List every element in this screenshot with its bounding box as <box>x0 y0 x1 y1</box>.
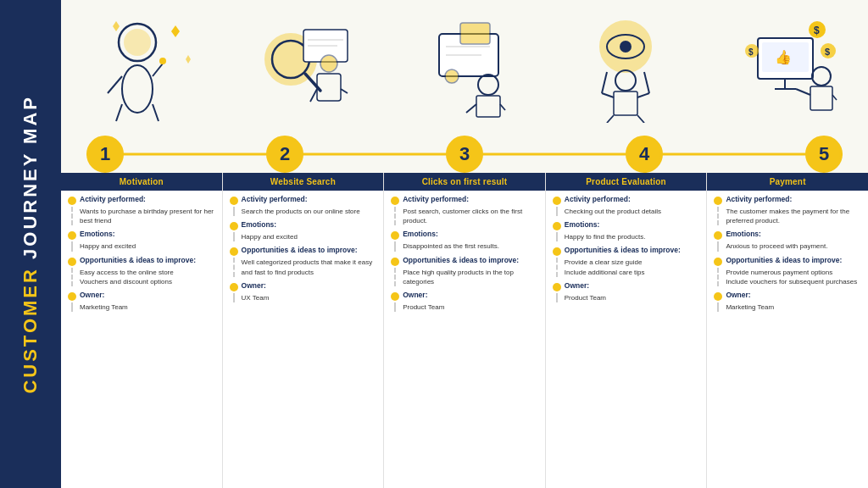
sidebar-journey: JOURNEY MAP <box>19 95 41 267</box>
column-body-5: Activity performed:The customer makes th… <box>707 191 868 488</box>
svg-line-39 <box>602 72 607 93</box>
illus-astronaut-svg <box>91 13 192 123</box>
illus-eval-svg <box>575 13 676 123</box>
section-title-1-2: Emotions: <box>80 230 115 239</box>
section-header-2-4: Owner: <box>230 281 377 291</box>
section-5-2: Emotions:Anxious to proceed with payment… <box>714 230 861 251</box>
column-header-1: Motivation <box>61 173 222 191</box>
svg-line-36 <box>637 93 649 97</box>
bullet-dot-3-3 <box>391 258 399 266</box>
section-content-5-4: Marketing Team <box>717 302 861 312</box>
sidebar-title: CUSTOMER JOURNEY MAP <box>21 95 40 394</box>
section-title-3-1: Activity performed: <box>403 195 469 204</box>
illus-1 <box>61 0 222 136</box>
section-content-2-4: UX Team <box>233 293 377 302</box>
section-header-2-2: Emotions: <box>230 220 377 230</box>
section-title-5-1: Activity performed: <box>726 195 792 204</box>
bullet-dot-5-4 <box>714 292 722 301</box>
section-3-2: Emotions:Disappointed as the first resul… <box>391 230 538 251</box>
main-content: 👍 $ $ $ 1 2 3 <box>61 0 868 488</box>
section-2-4: Owner:UX Team <box>230 281 377 302</box>
sidebar-customer: CUSTOMER <box>19 267 41 394</box>
bullet-dot-4-1 <box>553 197 561 205</box>
svg-text:$: $ <box>825 47 830 57</box>
section-title-2-4: Owner: <box>242 281 266 291</box>
svg-marker-9 <box>113 21 120 31</box>
column-header-5: Payment <box>707 173 868 191</box>
svg-point-1 <box>124 29 151 56</box>
section-content-3-4: Product Team <box>394 302 538 312</box>
section-header-3-3: Opportunities & ideas to improve: <box>391 256 538 266</box>
bullet-dot-5-3 <box>714 258 722 266</box>
section-4-1: Activity performed:Checking out the prod… <box>553 195 700 216</box>
section-5-4: Owner:Marketing Team <box>714 291 861 312</box>
illus-search-svg <box>253 13 354 123</box>
section-4-3: Opportunities & ideas to improve:Provide… <box>553 246 700 276</box>
section-title-3-4: Owner: <box>403 291 427 300</box>
svg-line-3 <box>108 76 122 93</box>
section-header-5-4: Owner: <box>714 291 861 301</box>
column-header-3: Clicks on first result <box>384 173 545 191</box>
section-header-5-2: Emotions: <box>714 230 861 240</box>
svg-line-7 <box>153 104 159 121</box>
svg-line-19 <box>310 89 317 102</box>
section-content-4-2: Happy to find the products. <box>556 232 700 241</box>
columns-row: MotivationActivity performed:Wants to pu… <box>61 173 868 488</box>
section-content-5-1: The customer makes the payment for the p… <box>717 207 861 225</box>
svg-marker-10 <box>186 55 191 64</box>
svg-point-25 <box>445 69 459 83</box>
bullet-dot-4-3 <box>553 247 561 256</box>
section-content-3-1: Post search, customer clicks on the firs… <box>394 207 538 225</box>
section-1-4: Owner:Marketing Team <box>68 291 215 312</box>
section-header-4-3: Opportunities & ideas to improve: <box>553 246 700 256</box>
section-content-1-3: Easy access to the online store Vouchers… <box>71 268 215 286</box>
section-3-4: Owner:Product Team <box>391 291 538 312</box>
illus-click-svg <box>414 13 515 123</box>
illus-2 <box>222 0 383 136</box>
svg-line-28 <box>466 104 476 113</box>
section-content-3-3: Place high quality products in the top c… <box>394 268 538 286</box>
svg-line-4 <box>153 64 163 76</box>
section-5-1: Activity performed:The customer makes th… <box>714 195 861 225</box>
illus-payment-svg: 👍 $ $ $ <box>737 13 838 123</box>
bullet-dot-1-1 <box>68 197 76 205</box>
column-1: MotivationActivity performed:Wants to pu… <box>61 173 223 488</box>
section-header-1-4: Owner: <box>68 291 215 301</box>
section-header-5-3: Opportunities & ideas to improve: <box>714 256 861 266</box>
section-header-3-2: Emotions: <box>391 230 538 240</box>
timeline-row: 1 2 3 4 5 <box>61 136 868 173</box>
column-body-2: Activity performed:Search the products o… <box>223 191 384 488</box>
section-title-4-4: Owner: <box>565 281 589 291</box>
section-content-5-3: Provide numerous payment options Include… <box>717 268 861 286</box>
bullet-dot-1-2 <box>68 231 76 240</box>
section-1-1: Activity performed:Wants to purchase a b… <box>68 195 215 225</box>
section-4-4: Owner:Product Team <box>553 281 700 302</box>
section-title-1-3: Opportunities & ideas to improve: <box>80 256 196 265</box>
section-content-2-1: Search the products on our online store <box>233 207 377 216</box>
step-1: 1 <box>86 136 124 173</box>
svg-point-52 <box>812 67 831 86</box>
illus-3 <box>384 0 545 136</box>
section-content-4-4: Product Team <box>556 293 700 302</box>
bullet-dot-2-4 <box>230 283 238 291</box>
bullet-dot-3-2 <box>391 231 399 240</box>
svg-line-40 <box>644 72 649 93</box>
bullet-dot-2-1 <box>230 197 238 205</box>
svg-line-54 <box>796 89 810 95</box>
section-header-2-1: Activity performed: <box>230 195 377 205</box>
column-4: Product EvaluationActivity performed:Che… <box>546 173 708 488</box>
column-header-4: Product Evaluation <box>546 173 707 191</box>
section-header-4-2: Emotions: <box>553 220 700 230</box>
section-title-4-2: Emotions: <box>565 220 600 230</box>
column-body-4: Activity performed:Checking out the prod… <box>546 191 707 488</box>
svg-rect-18 <box>317 74 341 101</box>
section-2-3: Opportunities & ideas to improve:Well ca… <box>230 246 377 276</box>
svg-point-32 <box>620 41 632 53</box>
section-title-2-2: Emotions: <box>242 220 277 230</box>
section-2-1: Activity performed:Search the products o… <box>230 195 377 216</box>
section-title-5-3: Opportunities & ideas to improve: <box>726 256 842 265</box>
section-header-4-1: Activity performed: <box>553 195 700 205</box>
illustrations-row: 👍 $ $ $ <box>61 0 868 136</box>
svg-rect-22 <box>460 23 490 44</box>
section-header-5-1: Activity performed: <box>714 195 861 205</box>
